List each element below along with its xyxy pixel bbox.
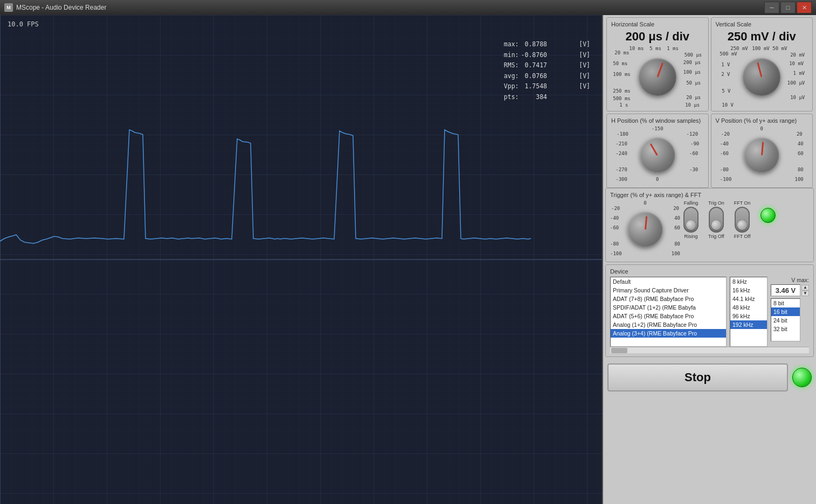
right-panel: Horizontal Scale 200 μs / div 10 ms 5 ms… xyxy=(603,15,816,504)
h-position-knob[interactable] xyxy=(640,138,675,173)
trig-tr: 20 xyxy=(673,206,679,211)
minimize-button[interactable]: ─ xyxy=(764,2,779,13)
hp-lr: -60 xyxy=(689,151,698,156)
v-knob-label-ml2: 1 V xyxy=(721,62,730,67)
bit-depth-list[interactable]: 8 bit16 bit24 bit32 bit xyxy=(771,298,800,341)
vmax-spinner[interactable]: ▲ ▼ xyxy=(801,285,809,296)
h-knob-label-tl3: 1 ms xyxy=(667,46,679,51)
trig-on-label: Trig On xyxy=(708,200,724,206)
device-list-item[interactable]: SPDIF/ADAT (1+2) (RME Babyfa xyxy=(611,303,726,312)
trigger-title: Trigger (% of y+ axis range) & FFT xyxy=(610,192,809,198)
v-knob-label-tl1: 250 mV xyxy=(730,46,748,51)
stat-vpp-unit: [V] xyxy=(548,81,591,92)
v-position-panel: V Position (% of y+ axis range) 0 -20 20… xyxy=(711,114,813,188)
v-knob-label-ml3: 2 V xyxy=(721,72,730,77)
vmax-value: 3.46 V xyxy=(771,284,800,296)
v-knob-label-ml1: 500 mV xyxy=(720,51,737,57)
stat-max-label: max: xyxy=(503,39,520,50)
sample-rate-item[interactable]: 8 kHz xyxy=(730,277,767,286)
trigger-panel: Trigger (% of y+ axis range) & FFT 0 -20… xyxy=(605,188,814,262)
v-scale-knob[interactable] xyxy=(743,58,780,96)
maximize-button[interactable]: □ xyxy=(780,2,796,13)
stat-rms-unit: [V] xyxy=(548,60,591,71)
sample-rate-item[interactable]: 16 kHz xyxy=(730,286,767,295)
device-list-item[interactable]: Primary Sound Capture Driver xyxy=(611,286,726,295)
sample-rate-item[interactable]: 48 kHz xyxy=(730,303,767,312)
v-scale-display: 250 mV / div xyxy=(716,30,808,44)
rising-label: Rising xyxy=(684,234,697,239)
scope-stats: max: 0.8788 [V] min: -0.8760 [V] RMS: 0.… xyxy=(503,39,591,102)
window-controls: ─ □ ✕ xyxy=(764,2,812,13)
scrollbar-thumb[interactable] xyxy=(611,348,627,353)
device-list-item[interactable]: ADAT (7+8) (RME Babyface Pro xyxy=(611,295,726,303)
sample-rate-item[interactable]: 44.1 kHz xyxy=(730,295,767,303)
vmax-label: V max: xyxy=(791,277,809,283)
close-button[interactable]: ✕ xyxy=(797,2,812,13)
stat-rms-value: 0.7417 xyxy=(520,60,548,71)
vp-lr: 60 xyxy=(798,151,804,156)
vertical-scale-panel: Vertical Scale 250 mV / div 250 mV 100 m… xyxy=(711,17,813,111)
vmax-up-button[interactable]: ▲ xyxy=(801,285,809,290)
hp-tl: -180 xyxy=(617,131,628,137)
vp-mr: 40 xyxy=(798,141,804,146)
trig-bll: -100 xyxy=(610,251,622,256)
hp-tr: -120 xyxy=(687,131,699,137)
v-pos-title: V Position (% of y+ axis range) xyxy=(716,117,808,124)
main-layout: 10.0 FPS max: 0.8788 [V] min: -0.8760 [V… xyxy=(0,15,816,504)
vp-br: 80 xyxy=(798,167,804,172)
trig-br: 80 xyxy=(674,241,680,247)
v-knob-label-tr1: 20 mV xyxy=(790,52,805,58)
v-knob-label-bl2: 10 V xyxy=(722,102,734,108)
fft-active-led xyxy=(760,208,776,223)
hp-top: -150 xyxy=(652,126,663,131)
trigger-knob[interactable] xyxy=(628,212,663,247)
bit-depth-item[interactable]: 16 bit xyxy=(771,307,800,316)
h-scale-knob[interactable] xyxy=(639,58,676,96)
stat-rms-label: RMS: xyxy=(503,60,520,71)
falling-rising-toggle[interactable] xyxy=(683,207,699,233)
stat-pts-label: pts: xyxy=(503,92,520,103)
bit-depth-item[interactable]: 32 bit xyxy=(771,325,800,333)
hp-br: -30 xyxy=(689,167,698,172)
v-position-knob[interactable] xyxy=(744,138,779,173)
vp-brr: 100 xyxy=(794,177,803,182)
trig-on-off-toggle[interactable] xyxy=(709,207,724,233)
h-knob-label-ml3: 100 ms xyxy=(613,72,631,77)
bit-depth-item[interactable]: 8 bit xyxy=(771,299,800,307)
trig-ll: -60 xyxy=(610,225,619,230)
v-knob-label-tl3: 50 mV xyxy=(772,46,787,51)
trig-toggle-group: Trig On Trig Off xyxy=(708,200,724,239)
horizontal-scale-panel: Horizontal Scale 200 μs / div 10 ms 5 ms… xyxy=(606,17,709,111)
device-list-item[interactable]: Default xyxy=(611,277,726,286)
sample-rate-item[interactable]: 96 kHz xyxy=(730,312,767,320)
bit-depth-item[interactable]: 24 bit xyxy=(771,316,800,325)
device-list-item[interactable]: Analog (3+4) (RME Babyface Pro xyxy=(611,329,726,338)
vmax-down-button[interactable]: ▼ xyxy=(801,291,809,296)
device-scrollbar[interactable] xyxy=(610,347,809,353)
v-knob-label-bl1: 5 V xyxy=(722,88,730,94)
h-knob-label-bl3: 1 s xyxy=(619,102,628,108)
stop-button[interactable]: Stop xyxy=(607,363,788,391)
fft-on-label: FFT On xyxy=(734,200,751,206)
stop-area: Stop xyxy=(603,359,816,396)
hp-ml: -210 xyxy=(616,141,627,146)
vp-ml: -40 xyxy=(720,141,729,146)
trig-tl: -20 xyxy=(611,206,620,211)
fft-toggle-group: FFT On FFT Off xyxy=(734,200,751,239)
app-icon: M xyxy=(4,3,13,12)
device-list[interactable]: DefaultPrimary Sound Capture DriverADAT … xyxy=(610,277,727,347)
h-knob-label-tl1: 10 ms xyxy=(629,46,644,51)
vp-tl: -20 xyxy=(721,131,730,137)
device-list-item[interactable]: ADAT (5+6) (RME Babyface Pro xyxy=(611,312,726,320)
scope-area: 10.0 FPS max: 0.8788 [V] min: -0.8760 [V… xyxy=(0,15,603,504)
fft-on-off-toggle[interactable] xyxy=(735,207,750,233)
v-knob-label-mr3: 100 μV xyxy=(787,80,805,86)
h-knob-label-tl2: 5 ms xyxy=(649,46,661,51)
sample-rate-item[interactable]: 192 kHz xyxy=(730,320,767,329)
device-list-item[interactable]: Analog (1+2) (RME Babyface Pro xyxy=(611,320,726,329)
sample-rate-list[interactable]: 8 kHz16 kHz44.1 kHz48 kHz96 kHz192 kHz xyxy=(730,277,767,347)
falling-label: Falling xyxy=(684,200,699,206)
h-scale-display: 200 μs / div xyxy=(611,30,704,44)
h-knob-label-bl1: 250 ms xyxy=(613,88,631,94)
hp-bll: -300 xyxy=(616,177,627,182)
